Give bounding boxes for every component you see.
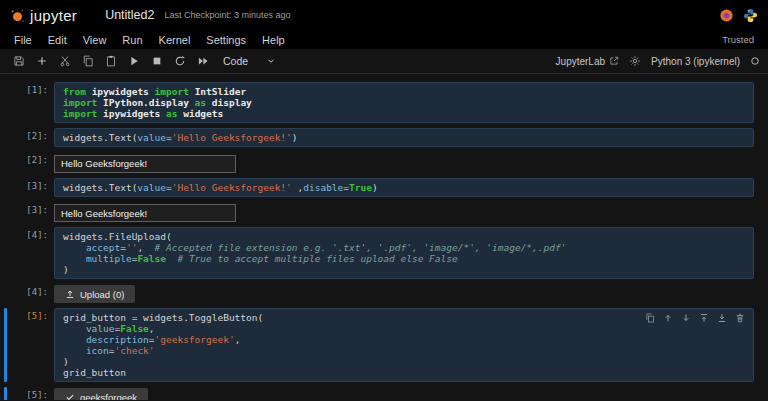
cut-icon	[59, 55, 71, 67]
jupyterlab-link-label: JupyterLab	[556, 56, 605, 67]
execution-prompt: [4]:	[12, 284, 54, 303]
chevron-down-icon	[266, 56, 276, 66]
copy-button[interactable]	[77, 52, 98, 71]
cell-selection-bar	[4, 202, 7, 223]
run-button[interactable]	[123, 52, 144, 71]
code-editor[interactable]: from ipywidgets import IntSliderimport I…	[54, 82, 754, 123]
code-editor[interactable]: grid_button = widgets.ToggleButton( valu…	[54, 308, 754, 382]
restart-button[interactable]	[169, 52, 190, 71]
duplicate-button[interactable]	[644, 312, 656, 324]
menu-edit[interactable]: Edit	[40, 32, 75, 48]
save-button[interactable]	[8, 52, 29, 71]
move-up-button[interactable]	[662, 312, 674, 324]
jupyter-logo-icon	[10, 8, 25, 23]
add-cell-icon	[36, 55, 48, 67]
code-cell-row: [5]:grid_button = widgets.ToggleButton( …	[4, 308, 754, 382]
execution-prompt: [1]:	[12, 82, 54, 123]
menu-settings[interactable]: Settings	[198, 32, 254, 48]
insert-below-button[interactable]	[716, 312, 728, 324]
code-line: grid_button = widgets.ToggleButton(	[63, 312, 745, 323]
code-line: widgets.Text(value='Hello Geeksforgeek!'…	[63, 132, 745, 143]
trusted-badge: Trusted	[722, 34, 762, 45]
text-widget-input[interactable]	[54, 204, 236, 222]
code-line: import IPython.display as display	[63, 97, 745, 108]
python-logo-icon[interactable]	[743, 8, 758, 23]
move-down-icon	[681, 313, 691, 323]
move-down-button[interactable]	[680, 312, 692, 324]
duplicate-icon	[645, 313, 655, 323]
code-line: from ipywidgets import IntSlider	[63, 86, 745, 97]
cell-selection-bar	[4, 152, 7, 173]
code-line: accept='', # Accepted file extension e.g…	[63, 242, 745, 253]
code-editor[interactable]: widgets.Text(value='Hello Geeksforgeek!'…	[54, 128, 754, 147]
fast-forward-icon	[197, 55, 209, 67]
insert-below-icon	[717, 313, 727, 323]
cell-selection-bar	[4, 82, 7, 123]
stop-button[interactable]	[146, 52, 167, 71]
execution-prompt: [2]:	[12, 128, 54, 147]
upload-icon	[65, 289, 75, 299]
insert-above-button[interactable]	[698, 312, 710, 324]
code-line: multiple=False # True to accept multiple…	[63, 253, 745, 264]
menu-file[interactable]: File	[6, 32, 40, 48]
code-line: grid_button	[63, 367, 745, 378]
code-line: widgets.FileUpload(	[63, 231, 745, 242]
cell-toolbar	[644, 312, 746, 324]
code-line: )	[63, 356, 745, 367]
save-icon	[13, 55, 25, 67]
code-editor[interactable]: widgets.Text(value='Hello Geeksforgeek!'…	[54, 178, 754, 197]
upload-widget-button[interactable]: Upload (0)	[54, 285, 135, 303]
jupyter-logo[interactable]: jupyter	[10, 7, 77, 24]
jupyter-orb-icon[interactable]	[719, 8, 734, 23]
kernel-name[interactable]: Python 3 (ipykernel)	[651, 56, 740, 67]
toggle-widget-button[interactable]: geeksforgeek	[54, 388, 148, 400]
gear-icon[interactable]	[629, 55, 641, 67]
cell-output: Upload (0)	[54, 284, 754, 303]
cell-selection-bar	[4, 308, 7, 382]
code-cell-row: [1]:from ipywidgets import IntSliderimpo…	[4, 82, 754, 123]
cell-output	[54, 202, 754, 223]
toolbar-right: JupyterLab Python 3 (ipykernel)	[556, 55, 760, 67]
add-cell-button[interactable]	[31, 52, 52, 71]
code-line: )	[63, 264, 745, 275]
menu-help[interactable]: Help	[254, 32, 293, 48]
toolbar-buttons	[8, 52, 213, 71]
fast-forward-button[interactable]	[192, 52, 213, 71]
code-cell-row: [3]:widgets.Text(value='Hello Geeksforge…	[4, 178, 754, 197]
cell-type-dropdown[interactable]: Code	[223, 55, 276, 67]
execution-prompt: [2]:	[12, 152, 54, 173]
menubar: File Edit View Run Kernel Settings Help …	[0, 30, 768, 49]
code-cell-row: [2]:widgets.Text(value='Hello Geeksforge…	[4, 128, 754, 147]
cell-selection-bar	[4, 178, 7, 197]
paste-button[interactable]	[100, 52, 121, 71]
cell-output	[54, 152, 754, 173]
jupyter-logo-text: jupyter	[30, 7, 77, 24]
execution-prompt: [5]:	[12, 308, 54, 382]
external-link-icon	[609, 56, 619, 66]
code-line: value=False,	[63, 323, 745, 334]
kernel-status-icon[interactable]	[750, 56, 760, 66]
notebook-toolbar: Code JupyterLab Python 3 (ipykernel)	[0, 49, 768, 74]
jupyterlab-link[interactable]: JupyterLab	[556, 56, 619, 67]
text-widget-input[interactable]	[54, 155, 236, 173]
copy-icon	[82, 55, 94, 67]
notebook-title[interactable]: Untitled2	[105, 8, 154, 22]
code-line: icon='check'	[63, 345, 745, 356]
restart-icon	[174, 55, 186, 67]
delete-button[interactable]	[734, 312, 746, 324]
menu-view[interactable]: View	[75, 32, 115, 48]
menu-kernel[interactable]: Kernel	[151, 32, 199, 48]
code-line: widgets.Text(value='Hello Geeksforgeek!'…	[63, 182, 745, 193]
cell-selection-bar	[4, 387, 7, 400]
output-row: [5]:geeksforgeek	[4, 387, 754, 400]
toggle-widget-label: geeksforgeek	[80, 392, 137, 401]
menu-run[interactable]: Run	[114, 32, 150, 48]
cell-output: geeksforgeek	[54, 387, 754, 400]
code-cell-row: [4]:widgets.FileUpload( accept='', # Acc…	[4, 227, 754, 279]
code-editor[interactable]: widgets.FileUpload( accept='', # Accepte…	[54, 227, 754, 279]
cut-button[interactable]	[54, 52, 75, 71]
insert-above-icon	[699, 313, 709, 323]
check-icon	[65, 392, 75, 400]
output-row: [3]:	[4, 202, 754, 223]
execution-prompt: [3]:	[12, 178, 54, 197]
